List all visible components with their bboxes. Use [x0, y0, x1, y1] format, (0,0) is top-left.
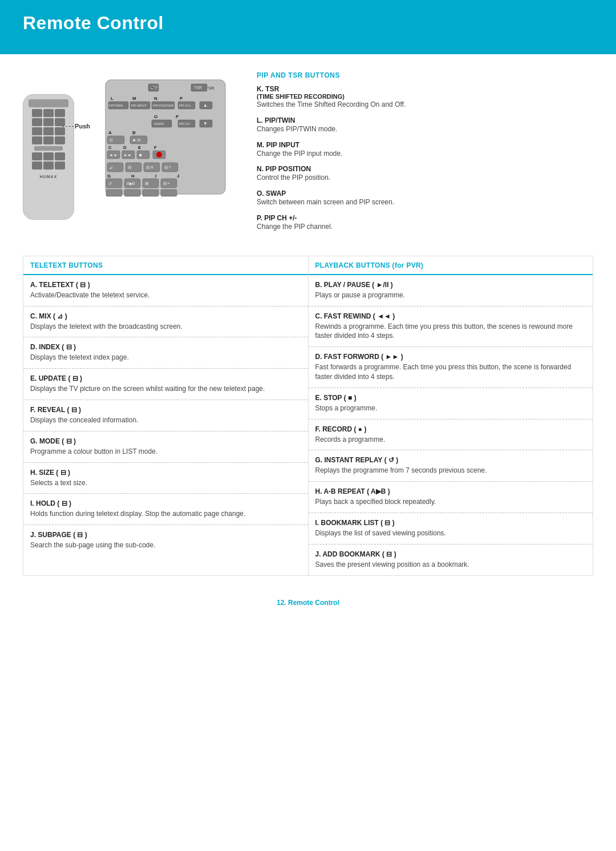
pip-item-p-label: P. PIP CH +/- [257, 214, 593, 222]
pip-item-m-desc: Change the PIP input mode. [257, 149, 593, 159]
teletext-item-f: F. REVEAL ( ⊟ ) Displays the concealed i… [23, 400, 308, 431]
svg-text:⊟✕: ⊟✕ [146, 165, 154, 170]
pip-remote-diagram: K TSR TSR 🔊? L PIP/TWIN M PIP INPUT N [103, 77, 228, 199]
playback-item-j: J. ADD BOOKMARK ( ⊟ ) Saves the present … [309, 545, 593, 575]
push-label: Push [75, 123, 90, 130]
playback-h-desc: Plays back a specified block repeatedly. [315, 497, 586, 507]
teletext-c-desc: Displays the teletext with the broadcast… [30, 322, 301, 332]
svg-text:B: B [132, 130, 136, 135]
pip-item-o: O. SWAP Switch between main screen and P… [257, 189, 593, 207]
svg-text:PIP INPUT: PIP INPUT [131, 104, 147, 107]
playback-item-f: F. RECORD ( ● ) Records a programme. [309, 420, 593, 451]
teletext-i-desc: Holds function during teletext display. … [30, 509, 301, 519]
svg-text:L: L [111, 96, 114, 101]
playback-item-i: I. BOOKMARK LIST ( ⊟ ) Displays the list… [309, 513, 593, 545]
playback-h-label: H. A-B REPEAT ( A▶B ) [315, 487, 586, 495]
svg-text:H: H [131, 174, 135, 179]
svg-text:D: D [123, 145, 127, 150]
pip-item-l: L. PIP/TWIN Changes PIP/TWIN mode. [257, 116, 593, 134]
teletext-f-label: F. REVEAL ( ⊟ ) [30, 406, 301, 414]
playback-column: PLAYBACK BUTTONS (for PVR) B. PLAY / PAU… [309, 256, 593, 575]
pip-item-k: K. TSR (TIME SHIFTED RECORDING) Switches… [257, 85, 593, 110]
teletext-a-desc: Activate/Deactivate the teletext service… [30, 291, 301, 300]
pip-section-title: PIP AND TSR BUTTONS [257, 71, 593, 79]
svg-text:▲: ▲ [203, 103, 208, 108]
footer: 12. Remote Control [0, 587, 616, 612]
teletext-a-label: A. TELETEXT ( ⊟ ) [30, 281, 301, 289]
teletext-j-desc: Search the sub-page using the sub-code. [30, 541, 301, 550]
svg-text:PIP/TWIN: PIP/TWIN [109, 104, 123, 107]
header: Remote Control [0, 0, 616, 46]
teletext-item-i: I. HOLD ( ⊟ ) Holds function during tele… [23, 494, 308, 525]
remote-brand: HUMAX [40, 175, 58, 179]
svg-text:A▶B: A▶B [127, 182, 135, 185]
pip-item-l-label: L. PIP/TWIN [257, 116, 593, 124]
teletext-g-desc: Programme a colour button in LIST mode. [30, 447, 301, 457]
svg-text:🔊?: 🔊? [150, 85, 157, 90]
svg-text:⊿: ⊿ [109, 165, 113, 170]
pip-info-section: PIP AND TSR BUTTONS K. TSR (TIME SHIFTED… [245, 71, 593, 239]
teletext-item-g: G. MODE ( ⊟ ) Programme a colour button … [23, 431, 308, 463]
teletext-header: TELETEXT BUTTONS [23, 256, 308, 275]
svg-text:M: M [132, 96, 136, 101]
playback-g-desc: Replays the programme from 7 seconds pre… [315, 466, 586, 475]
playback-c-label: C. FAST REWIND ( ◄◄ ) [315, 312, 586, 320]
teletext-item-j: J. SUBPAGE ( ⊟ ) Search the sub-page usi… [23, 525, 308, 556]
svg-text:I: I [155, 174, 156, 179]
playback-b-label: B. PLAY / PAUSE ( ►/II ) [315, 281, 586, 289]
svg-text:►/II: ►/II [132, 138, 141, 143]
playback-header: PLAYBACK BUTTONS (for PVR) [309, 256, 593, 275]
svg-text:►►: ►► [124, 153, 132, 157]
playback-j-label: J. ADD BOOKMARK ( ⊟ ) [315, 550, 586, 558]
pip-item-k-sublabel: (TIME SHIFTED RECORDING) [257, 93, 593, 100]
svg-text:▼: ▼ [203, 121, 208, 126]
playback-i-label: I. BOOKMARK LIST ( ⊟ ) [315, 519, 586, 527]
teletext-d-desc: Displays the teletext index page. [30, 353, 301, 362]
svg-text:⊟?: ⊟? [164, 165, 171, 170]
pip-item-n-label: N. PIP POSITION [257, 165, 593, 173]
svg-point-46 [156, 152, 162, 158]
remote-body-left: HUMAX [23, 94, 74, 220]
teletext-e-label: E. UPDATE ( ⊟ ) [30, 374, 301, 382]
playback-e-label: E. STOP ( ■ ) [315, 394, 586, 402]
teletext-item-a: A. TELETEXT ( ⊟ ) Activate/Deactivate th… [23, 275, 308, 306]
teletext-e-desc: Displays the TV picture on the screen wh… [30, 384, 301, 394]
teletext-item-d: D. INDEX ( ⊟ ) Displays the teletext ind… [23, 337, 308, 369]
playback-i-desc: Displays the list of saved viewing posit… [315, 529, 586, 538]
playback-d-desc: Fast forwards a programme. Each time you… [315, 362, 586, 382]
teletext-title: TELETEXT BUTTONS [30, 261, 103, 269]
svg-text:O: O [154, 114, 157, 119]
teletext-h-desc: Selects a text size. [30, 478, 301, 488]
svg-text:E: E [138, 145, 141, 150]
playback-b-desc: Plays or pause a programme. [315, 291, 586, 300]
teletext-item-c: C. MIX ( ⊿ ) Displays the teletext with … [23, 306, 308, 338]
playback-j-desc: Saves the present viewing position as a … [315, 560, 586, 570]
svg-rect-67 [106, 189, 122, 196]
playback-g-label: G. INSTANT REPLAY ( ↺ ) [315, 456, 586, 464]
svg-rect-68 [124, 189, 140, 196]
svg-text:C: C [108, 145, 112, 150]
teletext-d-label: D. INDEX ( ⊟ ) [30, 343, 301, 351]
svg-text:↺: ↺ [108, 182, 112, 185]
pip-item-p: P. PIP CH +/- Change the PIP channel. [257, 214, 593, 232]
playback-item-c: C. FAST REWIND ( ◄◄ ) Rewinds a programm… [309, 306, 593, 348]
playback-d-label: D. FAST FORWORD ( ►► ) [315, 353, 586, 361]
buttons-table: TELETEXT BUTTONS A. TELETEXT ( ⊟ ) Activ… [23, 256, 593, 576]
svg-text:F: F [154, 145, 157, 150]
svg-text:⊞: ⊞ [145, 181, 149, 186]
svg-text:PIP CH+: PIP CH+ [179, 104, 191, 107]
teletext-j-label: J. SUBPAGE ( ⊟ ) [30, 531, 301, 539]
teletext-item-e: E. UPDATE ( ⊟ ) Displays the TV picture … [23, 369, 308, 400]
svg-text:G: G [107, 174, 111, 179]
pip-item-o-label: O. SWAP [257, 189, 593, 197]
footer-text: 12. Remote Control [277, 599, 339, 607]
svg-text:N: N [154, 96, 157, 101]
svg-rect-69 [143, 189, 159, 196]
svg-rect-70 [161, 189, 177, 196]
playback-item-b: B. PLAY / PAUSE ( ►/II ) Plays or pause … [309, 275, 593, 306]
top-section: HUMAX Push K TSR TSR [0, 54, 616, 244]
svg-text:PIP POSITION: PIP POSITION [153, 104, 174, 107]
teletext-i-label: I. HOLD ( ⊟ ) [30, 499, 301, 507]
pip-item-o-desc: Switch between main screen and PIP scree… [257, 197, 593, 207]
svg-text:◄◄: ◄◄ [109, 153, 117, 157]
